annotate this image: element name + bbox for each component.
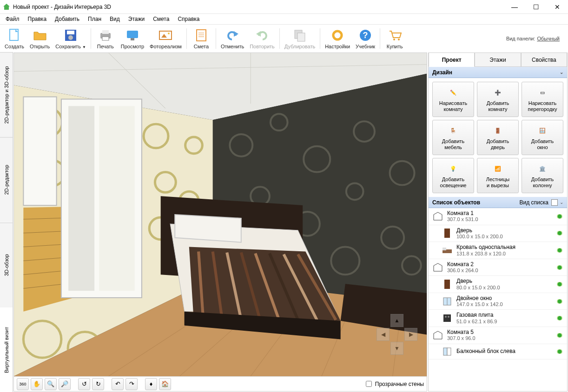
toolbar-print-button[interactable]: Печать: [93, 25, 118, 52]
menu-справка[interactable]: Справка: [174, 15, 203, 23]
panel-view-value[interactable]: Обычный: [537, 36, 560, 41]
collapse-icon[interactable]: ⌄: [560, 200, 563, 205]
transparent-walls-checkbox[interactable]: [366, 381, 372, 387]
toolbar-redo-button: Повторить: [247, 25, 277, 52]
design-icon: ▭: [535, 86, 550, 98]
svg-rect-64: [99, 106, 134, 291]
object-row[interactable]: Комната 1307.0 x 531.0: [429, 208, 567, 225]
design-btn-7[interactable]: 📶Лестницыи вырезы: [477, 158, 519, 193]
visibility-eye-icon[interactable]: [556, 333, 563, 338]
vtab-2[interactable]: 3D-обзор: [0, 222, 13, 307]
menu-правка[interactable]: Правка: [24, 15, 51, 23]
svg-rect-98: [443, 348, 447, 355]
view-360-button[interactable]: 360: [17, 378, 29, 390]
save-icon: [63, 28, 78, 43]
vtab-3[interactable]: Виртуальный визит: [0, 307, 13, 392]
home-button[interactable]: 🏠: [159, 378, 171, 390]
design-btn-4[interactable]: 🚪Добавитьдверь: [477, 120, 519, 155]
visibility-eye-icon[interactable]: [556, 349, 563, 354]
toolbar-notes-button[interactable]: Смета: [189, 25, 214, 52]
object-row[interactable]: Дверь100.0 x 15.0 x 200.0: [429, 225, 567, 242]
toolbar-dup-button: Дублировать: [282, 25, 318, 52]
toolbar-photo-button[interactable]: Фотореализм: [147, 25, 185, 52]
toolbar-folder-button[interactable]: Открыть: [27, 25, 53, 52]
collapse-icon[interactable]: ⌄: [560, 70, 563, 75]
toolbar-save-button[interactable]: Сохранить ▼: [53, 25, 89, 52]
transparent-walls-toggle[interactable]: Прозрачные стены: [364, 379, 424, 388]
close-button[interactable]: ✕: [547, 0, 568, 14]
toolbar-cart-button[interactable]: Купить: [382, 25, 407, 52]
rtab-свойства[interactable]: Свойства: [521, 53, 567, 67]
object-row[interactable]: Комната 2306.0 x 264.0: [429, 259, 567, 276]
room-icon: [432, 262, 443, 273]
view-list-link[interactable]: Вид списка: [520, 199, 548, 206]
eye-right-button[interactable]: ↷: [125, 378, 138, 390]
notes-icon: [194, 28, 209, 43]
visibility-eye-icon[interactable]: [556, 214, 563, 219]
visibility-eye-icon[interactable]: [556, 265, 563, 270]
rtab-проект[interactable]: Проект: [429, 53, 475, 67]
3d-viewport[interactable]: ▲ ◀ ▶ ▼: [14, 53, 427, 376]
toolbar-undo-button[interactable]: Отменить: [218, 25, 247, 52]
panel-view-label: Вид панели:: [506, 36, 535, 41]
design-icon: ✏️: [446, 86, 461, 98]
visibility-eye-icon[interactable]: [556, 282, 563, 287]
svg-rect-91: [444, 280, 450, 289]
reset-button[interactable]: ♦: [145, 378, 157, 390]
menu-файл[interactable]: Файл: [2, 15, 23, 23]
visibility-eye-icon[interactable]: [556, 316, 563, 320]
nav-up[interactable]: ▲: [390, 314, 403, 327]
vtab-1[interactable]: 2D-редактор: [0, 137, 13, 222]
eye-left-button[interactable]: ↶: [112, 378, 124, 390]
object-row[interactable]: Комната 5307.0 x 96.0: [429, 327, 567, 344]
design-btn-3[interactable]: 🪑Добавитьмебель: [432, 120, 474, 155]
toolbar-gear-button[interactable]: Настройки: [322, 25, 353, 52]
photo-icon: [158, 28, 173, 43]
stove-icon: [442, 313, 453, 324]
svg-point-13: [168, 33, 170, 34]
object-row[interactable]: Дверь80.0 x 15.0 x 200.0: [429, 276, 567, 293]
svg-point-23: [336, 34, 339, 37]
balcony-icon: [442, 346, 453, 357]
orbit-right-button[interactable]: ↻: [92, 378, 104, 390]
design-btn-5[interactable]: 🪟Добавитьокно: [522, 120, 563, 155]
design-btn-0[interactable]: ✏️Нарисоватькомнату: [432, 82, 474, 117]
object-row[interactable]: Балконный блок слева: [429, 344, 567, 359]
window-icon: [442, 296, 453, 307]
nav-down[interactable]: ▼: [390, 342, 403, 355]
list-mode-icon[interactable]: [551, 199, 558, 206]
object-row[interactable]: Газовая плита51.0 x 62.1 x 86.9: [429, 310, 567, 327]
visibility-eye-icon[interactable]: [556, 299, 563, 304]
vtab-0[interactable]: 2D-редактор и 3D-обзор: [0, 52, 13, 137]
folder-icon: [33, 28, 47, 43]
orbit-left-button[interactable]: ↺: [78, 378, 90, 390]
menu-этажи[interactable]: Этажи: [125, 15, 148, 23]
design-btn-6[interactable]: 💡Добавитьосвещение: [432, 158, 474, 193]
nav-left[interactable]: ◀: [376, 328, 390, 341]
zoom-out-button[interactable]: 🔍: [45, 378, 57, 390]
menu-вид[interactable]: Вид: [106, 15, 124, 23]
pan-button[interactable]: ✋: [31, 378, 43, 390]
redo-icon: [255, 28, 270, 43]
menu-добавить[interactable]: Добавить: [51, 15, 83, 23]
menu-смета[interactable]: Смета: [149, 15, 173, 23]
design-btn-1[interactable]: ➕Добавитькомнату: [477, 82, 519, 117]
minimize-button[interactable]: —: [504, 0, 525, 14]
navigation-pad[interactable]: ▲ ◀ ▶ ▼: [376, 314, 417, 355]
panel-view-switcher[interactable]: Вид панели: Обычный: [506, 36, 566, 41]
svg-marker-0: [3, 4, 10, 10]
toolbar-monitor-button[interactable]: Просмотр: [118, 25, 147, 52]
object-row[interactable]: Кровать односпальная131.8 x 203.8 x 120.…: [429, 242, 567, 259]
nav-right[interactable]: ▶: [404, 328, 417, 341]
zoom-in-button[interactable]: 🔎: [59, 378, 71, 390]
visibility-eye-icon[interactable]: [556, 248, 563, 253]
toolbar-help-button[interactable]: ?Учебник: [353, 25, 378, 52]
menu-план[interactable]: План: [84, 15, 105, 23]
toolbar-doc-button[interactable]: Создать: [2, 25, 27, 52]
visibility-eye-icon[interactable]: [556, 231, 563, 235]
design-btn-8[interactable]: 🏛️Добавитьколонну: [522, 158, 563, 193]
maximize-button[interactable]: ☐: [525, 0, 547, 14]
object-row[interactable]: Двойное окно147.0 x 15.0 x 142.0: [429, 293, 567, 310]
design-btn-2[interactable]: ▭Нарисоватьперегородку: [522, 82, 563, 117]
rtab-этажи[interactable]: Этажи: [475, 53, 521, 67]
